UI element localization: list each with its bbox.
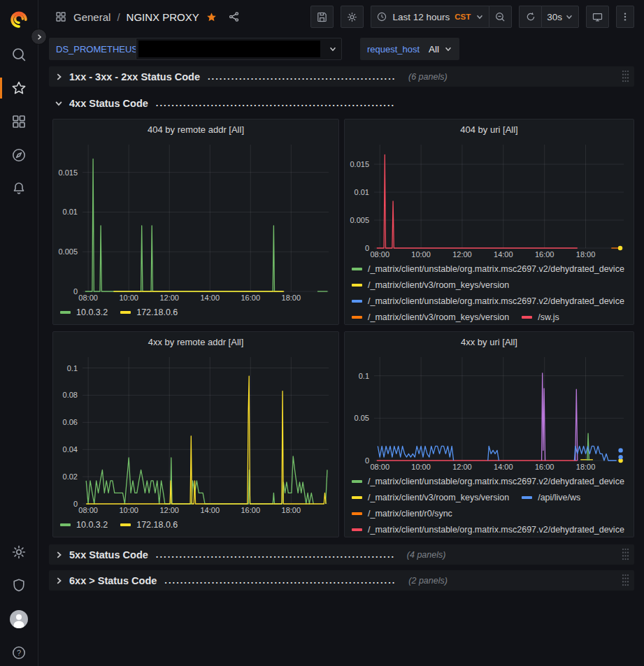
time-series-chart[interactable]: 00.050.108:0010:0012:0014:0016:0018:00: [348, 352, 631, 472]
legend-item[interactable]: 10.0.3.2: [60, 516, 108, 533]
legend-item[interactable]: /_matrix/client/unstable/org.matrix.msc2…: [352, 293, 624, 309]
server-admin-shield-icon[interactable]: [10, 577, 27, 594]
svg-text:16:00: 16:00: [535, 463, 554, 471]
legend-item[interactable]: 172.18.0.6: [120, 516, 178, 533]
row-title: 1xx - 3xx - 2xx Status Code: [69, 71, 200, 82]
avatar-glyph: [9, 609, 29, 629]
panel-title[interactable]: 4xx by uri [All]: [345, 332, 634, 352]
dashboard-settings-button[interactable]: [341, 6, 364, 28]
tv-mode-button[interactable]: [586, 6, 609, 28]
explore-icon[interactable]: [10, 147, 27, 164]
page-title[interactable]: NGINX PROXY: [127, 11, 199, 23]
favorite-star-icon[interactable]: [206, 11, 217, 23]
svg-text:12:00: 12:00: [159, 506, 179, 514]
compass-glyph: [10, 147, 27, 164]
chart-canvas[interactable]: 00.0050.010.01508:0010:0012:0014:0016:00…: [348, 139, 631, 259]
help-icon[interactable]: ?: [10, 644, 27, 661]
panel-title[interactable]: 404 by remote addr [All]: [53, 120, 338, 139]
svg-text:0.005: 0.005: [350, 216, 369, 224]
dashboards-icon[interactable]: [10, 113, 27, 130]
datasource-variable-value[interactable]: [136, 38, 342, 60]
refresh-button[interactable]: [519, 6, 541, 28]
row-5xx[interactable]: 5xx Status Code ........................…: [49, 544, 634, 565]
chart-canvas[interactable]: 00.020.040.060.080.108:0010:0012:0014:00…: [56, 352, 336, 515]
legend-item[interactable]: 172.18.0.6: [120, 304, 178, 320]
kebab-menu-button[interactable]: [616, 6, 634, 28]
row-drag-handle[interactable]: [622, 573, 629, 587]
panel-4xx-by-uri: 4xx by uri [All] 00.050.108:0010:0012:00…: [344, 331, 634, 537]
legend-item[interactable]: /_matrix/client/unstable/org.matrix.msc2…: [352, 473, 624, 489]
panel-title[interactable]: 4xx by remote addr [All]: [53, 332, 338, 352]
kebab-menu-icon: [620, 11, 631, 22]
svg-text:08:00: 08:00: [370, 463, 389, 471]
legend-item[interactable]: /_matrix/client/unstable/org.matrix.msc2…: [352, 521, 624, 537]
legend-swatch: [60, 523, 71, 526]
svg-text:0.015: 0.015: [58, 168, 78, 177]
search-icon[interactable]: [10, 46, 27, 63]
avatar[interactable]: [9, 609, 29, 629]
legend-item[interactable]: /_matrix/client/v3/room_keys/version: [352, 277, 509, 293]
time-controls-group: Last 12 hours CST: [371, 6, 512, 28]
row-title: 4xx Status Code: [69, 98, 148, 109]
legend-item[interactable]: /api/live/ws: [522, 489, 580, 505]
sidebar: ?: [0, 0, 38, 666]
breadcrumb-separator: /: [117, 11, 120, 23]
chevron-right-icon: [55, 73, 63, 81]
toolbar-actions: Last 12 hours CST: [310, 6, 634, 28]
row-6xx[interactable]: 6xx > Status Code ......................…: [49, 570, 634, 591]
timezone-label: CST: [455, 13, 471, 21]
magnifier-glyph: [10, 46, 27, 63]
dashboard-submenu: DS_PROMETHEUS request_host All: [38, 34, 644, 64]
svg-text:0.05: 0.05: [355, 414, 369, 422]
panel-404-by-remote-addr: 404 by remote addr [All] 00.0050.010.015…: [52, 119, 339, 325]
zoom-out-button[interactable]: [489, 6, 512, 28]
legend-item[interactable]: /_matrix/client/unstable/org.matrix.msc2…: [352, 261, 624, 277]
time-series-chart[interactable]: 00.0050.010.01508:0010:0012:0014:0016:00…: [348, 139, 631, 259]
row-1xx-3xx-2xx[interactable]: 1xx - 3xx - 2xx Status Code ............…: [49, 66, 634, 87]
chevron-down-icon: [444, 45, 452, 53]
time-range-picker[interactable]: Last 12 hours CST: [371, 6, 489, 28]
legend-item[interactable]: /_matrix/client/r0/sync: [352, 505, 452, 521]
svg-text:18:00: 18:00: [576, 463, 596, 471]
time-series-chart[interactable]: 00.020.040.060.080.108:0010:0012:0014:00…: [56, 352, 336, 515]
zoom-out-icon: [494, 11, 506, 23]
host-variable-value[interactable]: All: [422, 38, 459, 60]
legend-item[interactable]: 10.0.3.2: [60, 304, 108, 320]
legend-swatch: [352, 300, 362, 303]
svg-text:0.1: 0.1: [359, 372, 369, 380]
legend-swatch: [352, 480, 362, 483]
refresh-interval-picker[interactable]: 30s: [541, 6, 579, 28]
row-panel-count: (2 panels): [408, 576, 448, 586]
row-drag-handle[interactable]: [622, 547, 629, 561]
panel-title[interactable]: 404 by uri [All]: [345, 120, 634, 139]
breadcrumb-folder[interactable]: General: [73, 11, 110, 23]
configuration-gear-icon[interactable]: [10, 544, 27, 560]
panel-4xx-by-remote-addr: 4xx by remote addr [All] 00.020.040.060.…: [52, 331, 339, 537]
legend-label: 10.0.3.2: [76, 520, 108, 530]
row-4xx[interactable]: 4xx Status Code ........................…: [49, 93, 399, 113]
save-dashboard-button[interactable]: [310, 6, 334, 28]
star-glyph: [10, 80, 27, 96]
chart-canvas[interactable]: 00.0050.010.01508:0010:0012:0014:0016:00…: [56, 139, 336, 303]
row-drag-handle[interactable]: [622, 69, 629, 83]
legend-item[interactable]: /sw.js: [522, 309, 559, 324]
chevron-right-icon: [36, 34, 43, 41]
share-icon[interactable]: [228, 10, 241, 23]
grafana-logo[interactable]: [10, 10, 28, 28]
time-series-chart[interactable]: 00.0050.010.01508:0010:0012:0014:0016:00…: [56, 139, 336, 303]
chart-canvas[interactable]: 00.050.108:0010:0012:0014:0016:0018:00: [348, 352, 631, 472]
panel-legend: 10.0.3.2172.18.0.6: [53, 515, 338, 537]
legend-item[interactable]: /_matrix/client/v3/room_keys/version: [352, 489, 509, 505]
legend-item[interactable]: /_matrix/client/v3/room_keys/version: [352, 309, 509, 324]
host-variable-label[interactable]: request_host: [360, 38, 427, 60]
panel-title-text: 4xx by remote addr [All]: [148, 337, 244, 347]
sidebar-collapse-button[interactable]: [31, 29, 47, 45]
gear-glyph: [10, 544, 27, 560]
refresh-controls-group: 30s: [519, 6, 579, 28]
alerting-bell-icon[interactable]: [10, 180, 27, 197]
starred-dashboards-icon[interactable]: [10, 80, 27, 96]
datasource-variable-label[interactable]: DS_PROMETHEUS: [49, 38, 145, 60]
dashboard-grid-icon: [55, 10, 67, 23]
legend-swatch: [352, 316, 362, 319]
chevron-right-icon: [55, 551, 63, 559]
